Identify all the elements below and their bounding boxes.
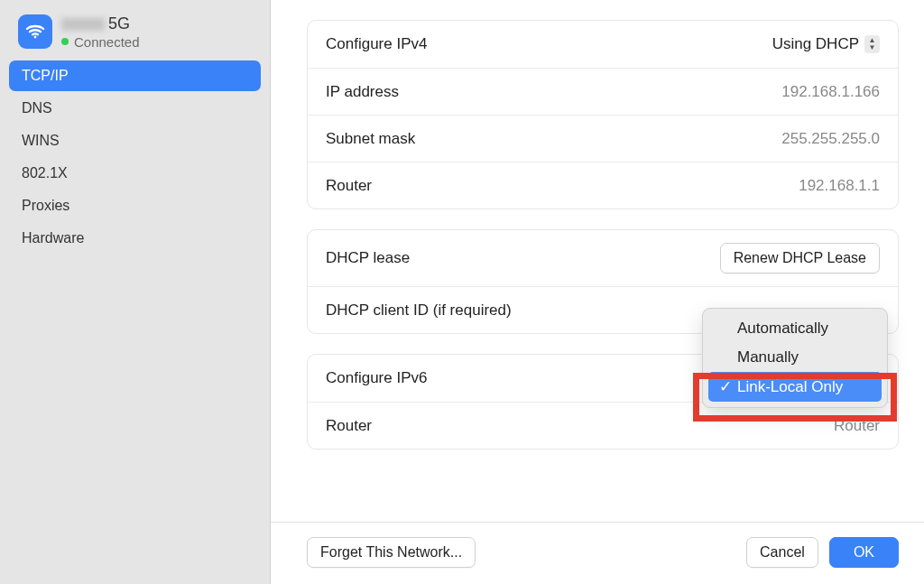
status-dot-icon [61,38,69,45]
value-router-ipv6: Router [834,417,880,435]
forget-network-button[interactable]: Forget This Network... [307,537,476,568]
check-icon: ✓ [719,377,732,396]
wifi-icon [18,14,52,49]
main-panel: Configure IPv4 Using DHCP ▲▼ IP address … [271,0,924,584]
label-router-ipv4: Router [326,177,372,195]
label-ip-address: IP address [326,83,399,101]
select-configure-ipv4[interactable]: Using DHCP ▲▼ [772,35,880,53]
label-configure-ipv6: Configure IPv6 [326,369,427,387]
footer: Forget This Network... Cancel OK [271,522,924,584]
row-router-ipv4: Router 192.168.1.1 [308,162,898,209]
sidebar-item-dns[interactable]: DNS [9,93,261,124]
sidebar-list: TCP/IP DNS WINS 802.1X Proxies Hardware [0,60,270,254]
sidebar-item-tcpip[interactable]: TCP/IP [9,60,261,91]
label-configure-ipv4: Configure IPv4 [326,35,427,53]
menu-item-link-local-only[interactable]: ✓ Link-Local Only [708,372,882,402]
network-name-redacted [61,18,105,31]
ok-button[interactable]: OK [829,537,899,568]
chevron-updown-icon: ▲▼ [864,35,880,53]
sidebar-item-wins[interactable]: WINS [9,125,261,156]
menu-item-manually[interactable]: Manually [708,343,882,372]
svg-point-0 [34,36,37,39]
label-subnet-mask: Subnet mask [326,130,415,148]
sidebar-item-proxies[interactable]: Proxies [9,190,261,221]
value-subnet-mask: 255.255.255.0 [781,130,880,148]
sidebar: 5G Connected TCP/IP DNS WINS 802.1X Prox… [0,0,271,584]
row-configure-ipv4: Configure IPv4 Using DHCP ▲▼ [308,21,898,68]
sidebar-item-hardware[interactable]: Hardware [9,223,261,254]
value-router-ipv4: 192.168.1.1 [799,177,880,195]
renew-dhcp-button[interactable]: Renew DHCP Lease [720,243,880,273]
row-subnet-mask: Subnet mask 255.255.255.0 [308,115,898,162]
network-name: 5G [61,14,140,34]
ipv6-dropdown-menu: Automatically Manually ✓ Link-Local Only [702,308,888,408]
menu-item-automatically[interactable]: Automatically [708,314,882,343]
network-header: 5G Connected [0,9,270,60]
row-dhcp-lease: DHCP lease Renew DHCP Lease [308,230,898,286]
value-ip-address: 192.168.1.166 [781,83,880,101]
content: Configure IPv4 Using DHCP ▲▼ IP address … [271,0,924,522]
label-dhcp-client-id: DHCP client ID (if required) [326,301,512,320]
cancel-button[interactable]: Cancel [746,537,818,568]
sidebar-item-8021x[interactable]: 802.1X [9,158,261,189]
label-router-ipv6: Router [326,417,372,435]
row-router-ipv6: Router Router [308,402,898,449]
label-dhcp-lease: DHCP lease [326,249,410,267]
group-ipv4: Configure IPv4 Using DHCP ▲▼ IP address … [307,20,899,209]
row-ip-address: IP address 192.168.1.166 [308,68,898,115]
network-status: Connected [61,34,140,50]
